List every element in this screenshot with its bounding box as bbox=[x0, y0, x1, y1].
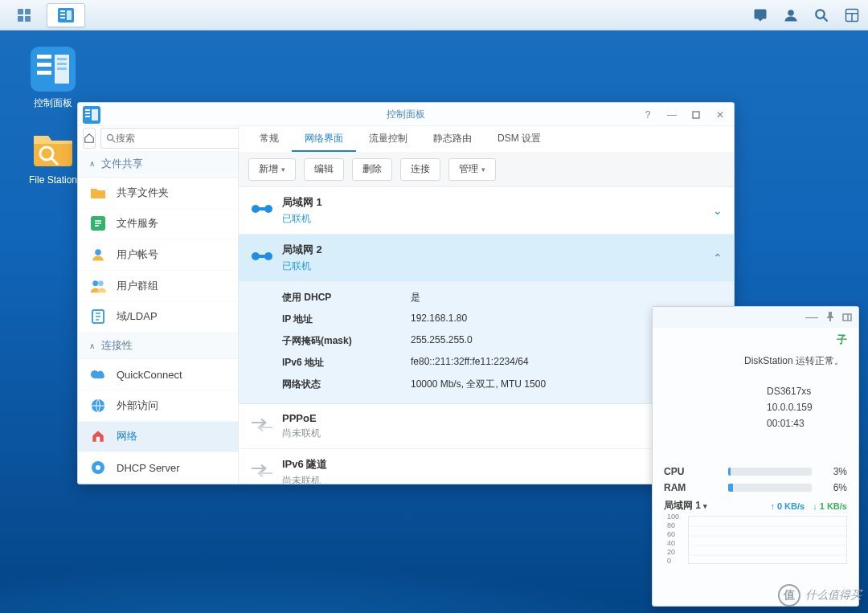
model-name: DS3617xs bbox=[664, 383, 847, 399]
folder-icon bbox=[89, 184, 107, 202]
sidebar-item-user-account[interactable]: 用户帐号 bbox=[78, 239, 238, 271]
window-maximize-icon[interactable] bbox=[687, 106, 705, 124]
window-close-icon[interactable]: ✕ bbox=[711, 106, 729, 124]
caret-down-icon: ▾ bbox=[481, 166, 485, 174]
svg-point-36 bbox=[98, 280, 104, 286]
interface-status: 尚未联机 bbox=[282, 427, 713, 440]
svg-rect-5 bbox=[60, 10, 65, 12]
svg-rect-22 bbox=[57, 67, 67, 70]
sidebar-item-dhcp-server[interactable]: DHCP Server bbox=[78, 452, 238, 484]
tab-static-route[interactable]: 静态路由 bbox=[420, 126, 485, 152]
svg-point-34 bbox=[95, 249, 101, 255]
toolbar: 新增▾ 编辑 删除 连接 管理▾ bbox=[239, 152, 734, 187]
sidebar-item-network[interactable]: 网络 bbox=[78, 422, 238, 453]
tab-dsm-settings[interactable]: DSM 设置 bbox=[485, 126, 554, 152]
caret-down-icon: ▾ bbox=[281, 166, 285, 174]
window-titlebar[interactable]: 控制面板 ? — ✕ bbox=[78, 103, 734, 126]
delete-button[interactable]: 删除 bbox=[352, 158, 392, 181]
window-app-icon bbox=[83, 106, 100, 124]
search-input[interactable] bbox=[116, 133, 236, 144]
manage-button[interactable]: 管理▾ bbox=[448, 158, 496, 181]
home-button[interactable] bbox=[83, 128, 96, 149]
window-help-icon[interactable]: ? bbox=[639, 106, 657, 124]
interface-name: PPPoE bbox=[282, 412, 713, 424]
watermark: 值 什么值得买 bbox=[778, 584, 862, 607]
tab-bar: 常规 网络界面 流量控制 静态路由 DSM 设置 bbox=[239, 126, 734, 152]
ram-percent: 6% bbox=[820, 482, 847, 493]
svg-rect-47 bbox=[256, 255, 268, 258]
ram-bar bbox=[728, 484, 812, 492]
sidebar-item-user-group[interactable]: 用户群组 bbox=[78, 271, 238, 302]
edit-button[interactable]: 编辑 bbox=[304, 158, 344, 181]
svg-rect-44 bbox=[256, 207, 268, 210]
interface-status: 已联机 bbox=[282, 212, 713, 226]
chevron-up-icon: ∧ bbox=[89, 159, 95, 168]
upload-speed: ↑ 0 KB/s bbox=[770, 501, 805, 511]
network-chart bbox=[688, 516, 847, 564]
sidebar-item-domain-ldap[interactable]: 域/LDAP bbox=[78, 302, 238, 333]
svg-rect-2 bbox=[18, 16, 23, 22]
download-speed: ↓ 1 KB/s bbox=[813, 501, 847, 511]
category-connectivity[interactable]: ∧ 连接性 bbox=[78, 333, 238, 359]
chart-y-ticks: 100 80 60 40 20 0 bbox=[667, 513, 679, 566]
interface-status: 尚未联机 bbox=[282, 474, 713, 484]
svg-rect-18 bbox=[37, 71, 51, 75]
ldap-icon bbox=[89, 308, 107, 325]
desktop-icon-label: File Station bbox=[21, 174, 85, 186]
cpu-bar bbox=[728, 468, 812, 476]
interface-name: 局域网 2 bbox=[282, 243, 713, 257]
partial-char: 子 bbox=[664, 333, 847, 352]
taskbar-search-icon[interactable] bbox=[810, 4, 833, 27]
interface-row-lan1[interactable]: 局域网 1 已联机 ⌄ bbox=[239, 187, 734, 235]
taskbar-chat-icon[interactable] bbox=[749, 4, 772, 27]
connect-button[interactable]: 连接 bbox=[400, 158, 440, 181]
search-box[interactable] bbox=[100, 128, 242, 149]
desktop-icon-file-station[interactable]: File Station bbox=[21, 125, 85, 186]
sidebar-item-external-access[interactable]: 外部访问 bbox=[78, 390, 238, 422]
network-icon bbox=[89, 427, 107, 445]
station-status: DiskStation 运转正常。 bbox=[664, 352, 847, 370]
svg-rect-17 bbox=[37, 63, 51, 67]
svg-rect-16 bbox=[37, 55, 51, 59]
sidebar-item-quickconnect[interactable]: QuickConnect bbox=[78, 359, 238, 390]
search-icon bbox=[106, 133, 116, 143]
widget-minimize-icon[interactable]: — bbox=[805, 310, 818, 325]
desktop-icon-control-panel[interactable]: 控制面板 bbox=[21, 47, 85, 110]
cpu-percent: 3% bbox=[820, 466, 847, 477]
widget-pin-icon[interactable] bbox=[826, 310, 834, 325]
caret-down-icon: ▾ bbox=[703, 502, 707, 510]
taskbar-user-icon[interactable] bbox=[780, 4, 802, 27]
category-file-share[interactable]: ∧ 文件共享 bbox=[78, 151, 238, 178]
link-icon bbox=[250, 251, 274, 265]
control-panel-sidebar: ∧ 文件共享 共享文件夹 文件服务 用户帐号 用户群组 域/LDAP bbox=[78, 126, 239, 484]
arrows-icon bbox=[250, 419, 274, 435]
group-icon bbox=[89, 277, 107, 295]
tab-network-interface[interactable]: 网络界面 bbox=[292, 126, 356, 152]
svg-point-10 bbox=[816, 10, 825, 18]
svg-point-9 bbox=[788, 10, 794, 16]
window-title: 控制面板 bbox=[387, 108, 425, 121]
svg-rect-29 bbox=[92, 109, 98, 121]
svg-rect-39 bbox=[96, 437, 100, 442]
window-minimize-icon[interactable]: — bbox=[663, 106, 681, 124]
new-button[interactable]: 新增▾ bbox=[248, 158, 296, 181]
widget-dock-icon[interactable] bbox=[842, 310, 852, 325]
tab-general[interactable]: 常规 bbox=[247, 126, 292, 152]
desktop-icon-label: 控制面板 bbox=[21, 96, 85, 110]
net-interface-dropdown[interactable]: 局域网 1 ▾ bbox=[664, 499, 707, 513]
sidebar-item-file-service[interactable]: 文件服务 bbox=[78, 209, 238, 240]
taskbar-widgets-icon[interactable] bbox=[841, 4, 863, 27]
interface-row-lan2[interactable]: 局域网 2 已联机 ⌃ bbox=[239, 235, 734, 282]
widget-uptime: 00:01:43 bbox=[664, 415, 847, 431]
tab-traffic-control[interactable]: 流量控制 bbox=[356, 126, 420, 152]
taskbar-control-panel[interactable] bbox=[47, 3, 85, 27]
widget-ip: 10.0.0.159 bbox=[664, 399, 847, 415]
svg-rect-0 bbox=[18, 9, 23, 14]
user-icon bbox=[89, 246, 107, 264]
chevron-down-icon: ⌄ bbox=[713, 204, 723, 217]
taskbar-main-menu[interactable] bbox=[5, 3, 43, 27]
svg-rect-26 bbox=[85, 109, 90, 111]
svg-rect-21 bbox=[57, 63, 67, 65]
sidebar-item-shared-folder[interactable]: 共享文件夹 bbox=[78, 178, 238, 209]
control-panel-window: 控制面板 ? — ✕ ∧ 文件共享 bbox=[77, 102, 735, 484]
